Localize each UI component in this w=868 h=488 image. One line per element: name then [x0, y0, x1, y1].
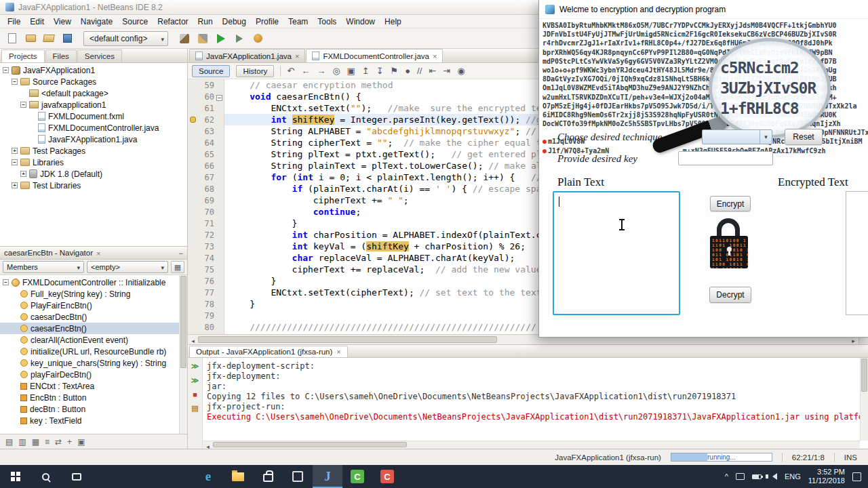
grid-view-icon[interactable]: ▣ [77, 437, 85, 447]
next-bookmark-icon[interactable]: ↧ [376, 66, 384, 76]
debug-project-icon[interactable] [231, 30, 248, 47]
new-project-icon[interactable] [22, 30, 39, 47]
menu-source[interactable]: Source [117, 16, 153, 28]
search-button[interactable] [31, 465, 61, 488]
clock[interactable]: 3:52 PM 11/12/2018 [808, 468, 845, 485]
tree-item[interactable]: caesarEncBtn() [0, 323, 187, 334]
menu-profile[interactable]: Profile [251, 16, 283, 28]
back-icon[interactable]: ← [301, 66, 310, 76]
close-icon[interactable] [96, 247, 100, 259]
comment-icon[interactable]: // [417, 66, 422, 76]
taskbar-app-red[interactable]: C [372, 465, 402, 488]
last-edit-icon[interactable]: ↶ [287, 66, 294, 76]
build-project-icon[interactable] [176, 30, 193, 47]
tree-item[interactable]: decBtn : Button [0, 403, 187, 415]
tree-item[interactable]: FXMLDocument.fxml [0, 110, 187, 122]
menu-help[interactable]: Help [380, 16, 406, 28]
tree-item[interactable]: <default package> [0, 87, 187, 99]
close-icon[interactable] [336, 348, 340, 356]
versioning-icon[interactable]: ▥ [18, 437, 26, 447]
output-tab[interactable]: Output - JavaFXApplication1 (jfxsa-run) [189, 346, 348, 357]
expander-icon[interactable]: − [12, 79, 18, 85]
menu-window[interactable]: Window [341, 16, 380, 28]
rerun-icon[interactable]: ≫ [191, 362, 199, 371]
progress-bar[interactable]: running... [671, 453, 772, 462]
breadcrumbs-icon[interactable]: ≡ [45, 437, 50, 447]
projects-tree[interactable]: −JavaFXApplication1−Source Packages<defa… [0, 63, 187, 246]
minimize-icon[interactable] [178, 247, 183, 259]
tree-item[interactable]: −Source Packages [0, 76, 187, 87]
menu-view[interactable]: View [49, 16, 76, 28]
scroll-thumb[interactable] [198, 336, 497, 343]
forward-icon[interactable]: → [317, 66, 326, 76]
tab-files[interactable]: Files [45, 49, 77, 62]
tree-item[interactable]: +Test Packages [0, 145, 187, 157]
scroll-thumb[interactable] [213, 442, 407, 447]
shift-right-icon[interactable]: ⇥ [443, 66, 450, 76]
highlight-icon[interactable]: ▣ [347, 66, 355, 76]
open-project-icon[interactable] [41, 30, 57, 47]
taskbar-store[interactable] [253, 465, 283, 488]
prev-bookmark-icon[interactable]: ↥ [362, 66, 370, 76]
tree-item[interactable]: −Libraries [0, 157, 187, 168]
menu-team[interactable]: Team [283, 16, 313, 28]
technique-selector[interactable] [702, 129, 772, 144]
plain-text-area[interactable] [553, 191, 680, 315]
history-view-button[interactable]: History [236, 65, 274, 77]
menu-tools[interactable]: Tools [313, 16, 341, 28]
tree-item[interactable]: key_unique_chars(String key) : String [0, 357, 187, 369]
taskbar-edge[interactable]: e [193, 465, 223, 488]
menu-navigate[interactable]: Navigate [76, 16, 117, 28]
taskbar-java-app[interactable]: J [313, 465, 342, 488]
tab-services[interactable]: Services [77, 49, 122, 62]
tab-projects[interactable]: Projects [1, 49, 45, 62]
navigator-scrollbar[interactable] [179, 275, 187, 434]
start-button[interactable] [0, 465, 31, 488]
rerun-debug-icon[interactable]: ≫ [191, 376, 199, 385]
tree-item[interactable]: −javafxapplication1 [0, 99, 187, 110]
menu-run[interactable]: Run [193, 16, 218, 28]
menu-file[interactable]: File [3, 16, 25, 28]
filter-selector[interactable]: <empty> [87, 261, 168, 273]
toggle-bookmark-icon[interactable]: ⚑ [391, 66, 399, 76]
taskbar-app-window[interactable] [283, 465, 313, 488]
tree-item[interactable]: caesarDecBtn() [0, 311, 187, 323]
key-input[interactable] [678, 151, 773, 165]
next-error-icon[interactable]: ● [405, 66, 410, 76]
toggle-split-icon[interactable]: ⇄ [55, 437, 62, 447]
tree-item[interactable]: PlayFairEncBtn() [0, 300, 187, 311]
expander-icon[interactable]: + [20, 171, 26, 177]
tree-item[interactable]: JavaFXApplication1.java [0, 134, 187, 145]
tree-item[interactable]: ENCtxt : TextArea [0, 380, 187, 392]
scroll-left-icon[interactable] [203, 439, 213, 449]
code-fold-icon[interactable] [216, 95, 222, 101]
task-view-button[interactable] [61, 465, 92, 488]
expander-icon[interactable]: + [12, 148, 18, 154]
tray-expand-icon[interactable]: ^ [725, 472, 728, 481]
shift-left-icon[interactable]: ⇤ [429, 66, 436, 76]
reset-button[interactable]: Reset [785, 129, 823, 145]
menu-refactor[interactable]: Refactor [153, 16, 193, 28]
notification-center-icon[interactable] [852, 472, 861, 481]
output-log[interactable]: jfx-deployment-script:jfx-deployment:jar… [203, 358, 868, 449]
new-file-icon[interactable] [4, 30, 20, 47]
add-view-icon[interactable]: + [67, 437, 72, 447]
expander-icon[interactable]: − [12, 159, 18, 165]
run-project-icon[interactable] [213, 30, 229, 47]
expander-icon[interactable]: − [3, 279, 9, 285]
save-all-icon[interactable] [59, 30, 75, 47]
config-selector[interactable]: <default config> [83, 31, 168, 46]
tree-item[interactable]: clearAll(ActionEvent event) [0, 334, 187, 346]
inspect-icon[interactable]: ▦ [32, 437, 39, 447]
tree-item[interactable]: FXMLDocumentController.java [0, 122, 187, 134]
source-view-button[interactable]: Source [192, 65, 230, 77]
navigator-header[interactable]: caesarEncBtn - Navigator [0, 246, 187, 260]
encrypt-button[interactable]: Encrypt [710, 196, 751, 211]
diff-sidebar-icon[interactable]: ▤ [5, 437, 13, 447]
language-indicator[interactable]: ENG [785, 472, 801, 481]
filter-grid-icon[interactable] [171, 261, 184, 273]
clean-build-icon[interactable] [195, 30, 211, 47]
output-settings-icon[interactable]: ▤ [191, 404, 198, 413]
editor-gutter[interactable]: 5960616263646566676869707172737475767778… [188, 79, 224, 334]
members-selector[interactable]: Members [3, 261, 84, 273]
